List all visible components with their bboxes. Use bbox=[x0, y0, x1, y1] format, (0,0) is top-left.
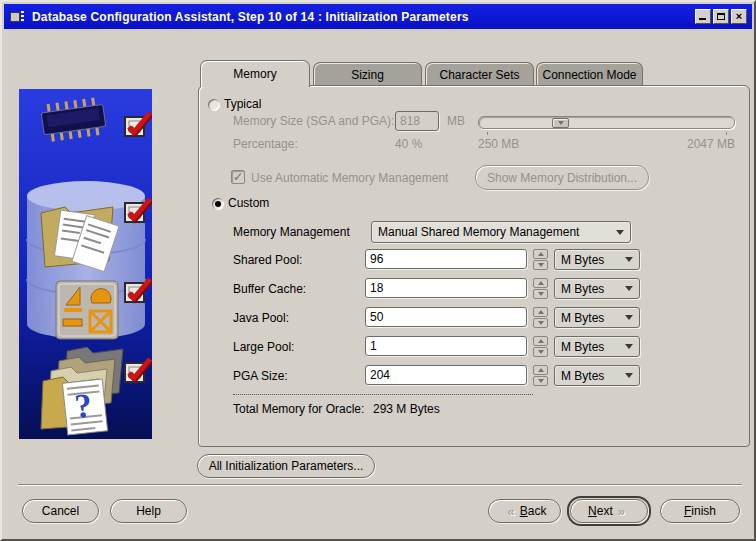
memory-slider bbox=[478, 116, 735, 129]
unit-value: M Bytes bbox=[561, 340, 604, 354]
java-pool-label: Java Pool: bbox=[233, 311, 289, 325]
chevron-down-icon bbox=[625, 286, 633, 291]
java-pool-spinner[interactable] bbox=[533, 307, 548, 328]
custom-radio[interactable] bbox=[212, 198, 224, 210]
total-separator bbox=[233, 394, 533, 395]
back-chevron-icon: « bbox=[503, 504, 520, 519]
spinner-up-icon[interactable] bbox=[533, 365, 548, 375]
spinner-up-icon[interactable] bbox=[533, 249, 548, 259]
memory-management-value: Manual Shared Memory Management bbox=[378, 225, 579, 239]
spinner-down-icon[interactable] bbox=[533, 318, 548, 328]
next-button[interactable]: Next » bbox=[570, 499, 648, 523]
next-button-ring: Next » bbox=[567, 496, 651, 526]
pga-size-input[interactable] bbox=[365, 365, 527, 385]
total-memory-value: 293 M Bytes bbox=[373, 402, 440, 416]
custom-label: Custom bbox=[228, 196, 269, 210]
unit-value: M Bytes bbox=[561, 369, 604, 383]
dbca-window: Database Configuration Assistant, Step 1… bbox=[0, 0, 756, 541]
unit-value: M Bytes bbox=[561, 311, 604, 325]
buffer-cache-unit-select[interactable]: M Bytes bbox=[554, 278, 640, 299]
cancel-button[interactable]: Cancel bbox=[22, 499, 99, 523]
java-pool-input[interactable] bbox=[365, 307, 527, 327]
back-button[interactable]: « Back bbox=[488, 499, 561, 523]
pga-size-label: PGA Size: bbox=[233, 369, 288, 383]
memory-tab-panel: Typical Memory Size (SGA and PGA): MB 25… bbox=[198, 85, 750, 447]
memory-size-label: Memory Size (SGA and PGA): bbox=[233, 114, 394, 128]
buffer-cache-label: Buffer Cache: bbox=[233, 282, 306, 296]
chevron-down-icon bbox=[625, 344, 633, 349]
large-pool-unit-select[interactable]: M Bytes bbox=[554, 336, 640, 357]
memory-management-label: Memory Management bbox=[233, 225, 350, 239]
next-chevron-icon: » bbox=[613, 504, 630, 519]
finish-button[interactable]: Finish bbox=[660, 499, 740, 523]
all-initialization-parameters-button[interactable]: All Initialization Parameters... bbox=[197, 454, 375, 478]
percentage-value: 40 % bbox=[395, 137, 422, 151]
next-label: Next bbox=[588, 504, 613, 518]
slider-min-label: 250 MB bbox=[478, 137, 519, 151]
shared-pool-spinner[interactable] bbox=[533, 249, 548, 270]
memory-slider-thumb bbox=[552, 118, 569, 128]
typical-label: Typical bbox=[224, 97, 261, 111]
spinner-down-icon[interactable] bbox=[533, 376, 548, 386]
auto-memory-checkbox: ✓ bbox=[231, 170, 245, 184]
title-bar: Database Configuration Assistant, Step 1… bbox=[4, 4, 752, 29]
memory-size-unit-label: MB bbox=[447, 114, 465, 128]
pga-size-unit-select[interactable]: M Bytes bbox=[554, 365, 640, 386]
shared-pool-label: Shared Pool: bbox=[233, 253, 302, 267]
show-memory-distribution-button: Show Memory Distribution... bbox=[475, 165, 649, 190]
slider-max-label: 2047 MB bbox=[659, 137, 735, 151]
help-button[interactable]: Help bbox=[110, 499, 187, 523]
maximize-icon[interactable] bbox=[713, 9, 729, 24]
percentage-label: Percentage: bbox=[233, 137, 298, 151]
chevron-down-icon bbox=[625, 373, 633, 378]
spinner-down-icon[interactable] bbox=[533, 289, 548, 299]
tab-connection-mode[interactable]: Connection Mode bbox=[536, 62, 643, 86]
close-icon[interactable]: × bbox=[731, 9, 747, 24]
shared-pool-input[interactable] bbox=[365, 249, 527, 269]
spinner-down-icon[interactable] bbox=[533, 260, 548, 270]
back-label: Back bbox=[520, 504, 547, 518]
large-pool-label: Large Pool: bbox=[233, 340, 294, 354]
chevron-down-icon bbox=[625, 257, 633, 262]
finish-label: Finish bbox=[684, 504, 716, 518]
footer-separator bbox=[18, 484, 742, 486]
tab-character-sets[interactable]: Character Sets bbox=[425, 62, 534, 86]
tab-sizing[interactable]: Sizing bbox=[313, 62, 422, 86]
buffer-cache-input[interactable] bbox=[365, 278, 527, 298]
auto-memory-label: Use Automatic Memory Management bbox=[251, 171, 448, 185]
chevron-down-icon bbox=[625, 315, 633, 320]
total-memory-label: Total Memory for Oracle: bbox=[233, 402, 364, 416]
spinner-up-icon[interactable] bbox=[533, 307, 548, 317]
spinner-up-icon[interactable] bbox=[533, 336, 548, 346]
large-pool-input[interactable] bbox=[365, 336, 527, 356]
wizard-graphic: ? bbox=[19, 89, 152, 439]
spinner-down-icon[interactable] bbox=[533, 347, 548, 357]
chip-icon bbox=[9, 9, 25, 25]
buffer-cache-spinner[interactable] bbox=[533, 278, 548, 299]
typical-radio[interactable] bbox=[208, 99, 220, 111]
window-title: Database Configuration Assistant, Step 1… bbox=[32, 10, 695, 24]
shapes-icon bbox=[56, 281, 118, 339]
unit-value: M Bytes bbox=[561, 253, 604, 267]
unit-value: M Bytes bbox=[561, 282, 604, 296]
chevron-down-icon bbox=[616, 230, 624, 235]
minimize-icon[interactable] bbox=[695, 9, 711, 24]
documents-folder-icon bbox=[41, 207, 119, 272]
java-pool-unit-select[interactable]: M Bytes bbox=[554, 307, 640, 328]
shared-pool-unit-select[interactable]: M Bytes bbox=[554, 249, 640, 270]
spinner-up-icon[interactable] bbox=[533, 278, 548, 288]
memory-size-input bbox=[395, 111, 439, 131]
memory-management-select[interactable]: Manual Shared Memory Management bbox=[371, 221, 631, 243]
large-pool-spinner[interactable] bbox=[533, 336, 548, 357]
pga-size-spinner[interactable] bbox=[533, 365, 548, 386]
tab-memory[interactable]: Memory bbox=[200, 60, 310, 87]
